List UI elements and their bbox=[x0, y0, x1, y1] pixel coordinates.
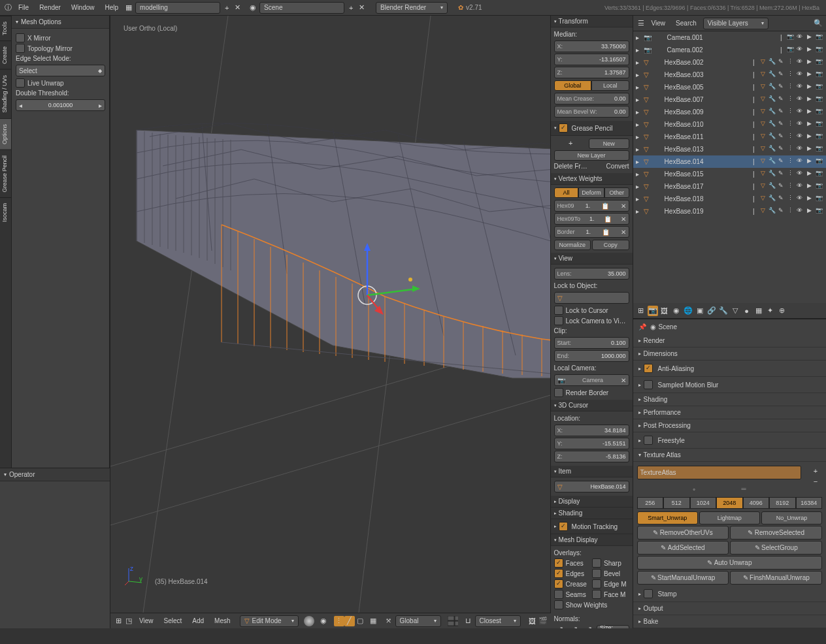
remove-atlas-icon[interactable]: − bbox=[810, 476, 821, 487]
tab-create[interactable]: Create bbox=[0, 40, 11, 69]
clip-start[interactable]: Start:0.100 bbox=[554, 337, 629, 349]
normal-f-icon[interactable]: ↗ bbox=[582, 624, 595, 628]
normal-v-icon[interactable]: ↗ bbox=[554, 624, 567, 628]
transform-x[interactable]: X:33.75000 bbox=[554, 40, 629, 52]
normal-size[interactable]: Size: 0.30 bbox=[597, 625, 629, 628]
outliner-row[interactable]: ▸▽HexBase.007|▽🔧✎⋮👁▶📷 bbox=[633, 93, 826, 106]
tab-world-icon[interactable]: 🌐 bbox=[683, 306, 693, 316]
info-icon[interactable]: ⓘ bbox=[3, 3, 13, 13]
close-scene-icon[interactable]: ✕ bbox=[356, 3, 367, 13]
outliner-view[interactable]: View bbox=[646, 20, 671, 27]
tab-layers-icon[interactable]: 🖼 bbox=[659, 306, 670, 316]
facem-checkbox[interactable]: Face M bbox=[592, 589, 629, 600]
render-section[interactable]: Render bbox=[633, 334, 826, 347]
outliner-row[interactable]: ▸▽HexBase.019|▽🔧✎⋮👁▶📷 bbox=[633, 205, 826, 217]
add-icon[interactable]: + bbox=[554, 138, 588, 148]
transform-header[interactable]: Transform bbox=[551, 16, 633, 27]
size-4096[interactable]: 4096 bbox=[743, 497, 769, 509]
local-camera-field[interactable]: 📷Camera✕ bbox=[554, 374, 629, 386]
limit-sel-icon[interactable]: ▦ bbox=[368, 616, 378, 626]
outliner-row[interactable]: ▸▽HexBase.011|▽🔧✎⋮👁▶📷 bbox=[633, 131, 826, 143]
mesh-options-header[interactable]: Mesh Options bbox=[12, 16, 109, 29]
item-header[interactable]: Item bbox=[551, 466, 633, 477]
dimensions-section[interactable]: Dimensions bbox=[633, 347, 826, 361]
manipulator-icon[interactable]: ⤧ bbox=[384, 616, 394, 626]
performance-section[interactable]: Performance bbox=[633, 406, 826, 419]
tab-modifiers-icon[interactable]: 🔧 bbox=[718, 306, 729, 316]
double-threshold-field[interactable]: ◂0.001000▸ bbox=[16, 99, 105, 111]
menu-add[interactable]: Add bbox=[187, 617, 209, 624]
menu-select[interactable]: Select bbox=[159, 617, 188, 624]
layers-icon[interactable] bbox=[448, 616, 458, 626]
lens-field[interactable]: Lens:35.000 bbox=[554, 268, 629, 280]
vw-copy[interactable]: Copy bbox=[592, 240, 629, 250]
render-anim-icon[interactable]: 🎬 bbox=[538, 616, 548, 626]
texture-atlas-name[interactable]: TextureAtlas bbox=[637, 466, 801, 479]
view-header[interactable]: View bbox=[551, 253, 633, 265]
outliner-filter[interactable]: Visible Layers▾ bbox=[703, 18, 768, 29]
tab-isocam[interactable]: Isocam bbox=[0, 197, 11, 227]
faces-checkbox[interactable]: Faces bbox=[554, 558, 591, 568]
outliner-row[interactable]: ▸▽HexBase.002|▽🔧✎⋮👁▶📷 bbox=[633, 56, 826, 69]
size-512[interactable]: 512 bbox=[663, 497, 689, 509]
render-border-checkbox[interactable]: Render Border bbox=[554, 387, 629, 398]
editor-type-icon[interactable]: ⊞ bbox=[113, 616, 124, 626]
topology-mirror-checkbox[interactable]: Topology Mirror bbox=[16, 43, 105, 54]
tab-object-icon[interactable]: ▣ bbox=[695, 306, 705, 316]
mean-crease[interactable]: Mean Crease:0.00 bbox=[554, 93, 629, 105]
add-selected-button[interactable]: ✎ AddSelected bbox=[637, 541, 729, 555]
tab-constraints-icon[interactable]: 🔗 bbox=[706, 306, 717, 316]
cursor-y[interactable]: Y:-15.5151 bbox=[554, 438, 629, 449]
normal-e-icon[interactable]: ↗ bbox=[568, 624, 581, 628]
shading-sphere-icon[interactable] bbox=[304, 616, 314, 626]
props-type-icon[interactable]: ⊞ bbox=[636, 306, 646, 316]
matcap-icon[interactable]: ◉ bbox=[318, 616, 329, 626]
tab-render-icon[interactable]: 📷 bbox=[648, 306, 658, 316]
mode-dropdown[interactable]: ▽Edit Mode▾ bbox=[240, 615, 299, 627]
cursor-z[interactable]: Z:-5.8136 bbox=[554, 451, 629, 462]
auto-unwrap-button[interactable]: ✎ Auto Unwrap bbox=[637, 556, 822, 570]
outliner-row[interactable]: ▸▽HexBase.005|▽🔧✎⋮👁▶📷 bbox=[633, 81, 826, 93]
layout-field[interactable] bbox=[135, 2, 220, 14]
outliner-row[interactable]: ▸▽HexBase.018|▽🔧✎⋮👁▶📷 bbox=[633, 193, 826, 205]
x-mirror-checkbox[interactable]: X Mirror bbox=[16, 33, 105, 43]
tab-texture-icon[interactable]: ▦ bbox=[753, 306, 764, 316]
tab-grease-pencil[interactable]: Grease Pencil bbox=[0, 150, 11, 198]
orientation-dropdown[interactable]: Global▾ bbox=[395, 615, 441, 627]
tab-data-icon[interactable]: ▽ bbox=[730, 306, 740, 316]
tab-particles-icon[interactable]: ✦ bbox=[765, 306, 776, 316]
gp-new-layer[interactable]: New Layer bbox=[554, 150, 629, 161]
outliner-type-icon[interactable]: ☰ bbox=[636, 18, 646, 29]
unwrap-lightmap[interactable]: Lightmap bbox=[699, 511, 760, 524]
item-name-field[interactable]: ▽HexBase.014 bbox=[554, 481, 629, 492]
menu-render[interactable]: Render bbox=[34, 4, 66, 11]
local-button[interactable]: Local bbox=[591, 80, 629, 91]
edge-select-dropdown[interactable]: Select◆ bbox=[16, 65, 105, 76]
vw-normalize[interactable]: Normalize bbox=[554, 240, 591, 250]
vw-deform[interactable]: Deform bbox=[578, 187, 604, 198]
vertex-weights-header[interactable]: Vertex Weights bbox=[551, 173, 633, 185]
vw-border[interactable]: Border1.📋✕ bbox=[554, 226, 629, 238]
bake-section[interactable]: Bake bbox=[633, 615, 826, 628]
menu-mesh[interactable]: Mesh bbox=[209, 617, 235, 624]
freestyle-section[interactable]: Freestyle bbox=[633, 432, 826, 449]
vw-hex09[interactable]: Hex091.📋✕ bbox=[554, 200, 629, 212]
tab-tools[interactable]: Tools bbox=[0, 16, 11, 40]
shading-header[interactable]: Shading bbox=[551, 507, 633, 519]
menu-view[interactable]: View bbox=[134, 617, 159, 624]
tab-options[interactable]: Options bbox=[0, 118, 11, 150]
size-256[interactable]: 256 bbox=[637, 497, 663, 509]
add-atlas-icon[interactable]: + bbox=[810, 466, 821, 476]
size-2048[interactable]: 2048 bbox=[716, 497, 742, 509]
layout-icon[interactable]: ▦ bbox=[124, 3, 134, 13]
search-icon[interactable]: 🔍 bbox=[813, 18, 823, 29]
size-16384[interactable]: 16384 bbox=[796, 497, 822, 509]
outliner-row[interactable]: ▸▽HexBase.003|▽🔧✎⋮👁▶📷 bbox=[633, 69, 826, 81]
outliner-row[interactable]: ▸▽HexBase.009|▽🔧✎⋮👁▶📷 bbox=[633, 106, 826, 118]
face-select-icon[interactable]: ▢ bbox=[355, 616, 365, 626]
outliner-row[interactable]: ▸▽HexBase.014|▽🔧✎⋮👁▶📷 bbox=[633, 155, 826, 168]
render-icon[interactable]: 🖼 bbox=[527, 616, 538, 626]
stamp-section[interactable]: Stamp bbox=[633, 586, 826, 602]
finish-manual-unwrap-button[interactable]: ✎ FinshManualUnwrap bbox=[730, 571, 822, 585]
size-1024[interactable]: 1024 bbox=[690, 497, 716, 509]
